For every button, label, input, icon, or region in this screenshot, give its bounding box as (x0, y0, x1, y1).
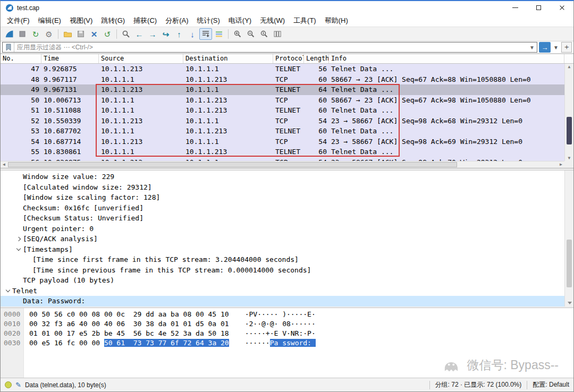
open-file-icon[interactable] (61, 28, 74, 40)
hex-bytes: 00 50 56 c0 00 08 00 0c 29 dd aa ba 08 0… (29, 310, 229, 318)
minimize-button[interactable] (503, 1, 527, 14)
detail-row[interactable]: [Time since previous frame in this TCP s… (1, 265, 573, 276)
close-file-icon[interactable]: ✕ (88, 28, 100, 40)
menu-statistics[interactable]: 统计(S) (192, 15, 224, 27)
cell-no: 50 (1, 95, 41, 106)
column-header-time[interactable]: Time (41, 54, 99, 63)
filter-dropdown-caret-icon[interactable]: ▼ (552, 45, 560, 50)
detail-row[interactable]: [Window size scaling factor: 128] (1, 192, 573, 203)
scroll-down-icon[interactable]: ▼ (565, 156, 573, 160)
resize-columns-icon[interactable] (271, 28, 284, 40)
scroll-right-icon[interactable]: ▶ (558, 162, 564, 167)
cell-destination: 10.1.1.1 (183, 64, 273, 74)
packet-row-51[interactable]: 5110.51108810.1.1.110.1.1.213TELNET60Tel… (1, 105, 573, 116)
reload-file-icon[interactable]: ↺ (101, 28, 114, 40)
menu-go[interactable]: 跳转(G) (97, 15, 129, 27)
menu-analyze[interactable]: 分析(A) (161, 15, 192, 27)
vscrollbar-thumb[interactable] (567, 117, 572, 144)
packet-list-header: No. Time Source Destination Protocol Len… (1, 54, 573, 64)
detail-row[interactable]: Checksum: 0x16fc [unverified] (1, 203, 573, 214)
detail-row-data-password-selected[interactable]: Data: Password: (1, 296, 573, 306)
zoom-out-icon[interactable] (244, 28, 257, 40)
packet-row-49-selected[interactable]: 499.96713110.1.1.21310.1.1.1TELNET64Teln… (1, 84, 573, 95)
go-back-icon[interactable]: ← (133, 28, 146, 40)
hex-row[interactable]: 0000 00 50 56 c0 00 08 00 0c 29 dd aa ba… (1, 310, 573, 319)
status-profile[interactable]: 配置: Default (533, 380, 569, 389)
detail-row[interactable]: [Checksum Status: Unverified] (1, 213, 573, 224)
zoom-original-icon[interactable] (258, 28, 271, 40)
hex-row[interactable]: 0010 00 32 f3 a6 40 00 40 06 30 38 da 01… (1, 319, 573, 329)
packet-row-47[interactable]: 479.92687510.1.1.21310.1.1.1TELNET56Teln… (1, 64, 573, 74)
expander-collapsed-icon[interactable] (16, 237, 21, 241)
packet-list-hscrollbar[interactable]: ◀ ▶ (1, 161, 564, 168)
filter-history-caret-icon[interactable]: ▼ (527, 45, 537, 50)
auto-scroll-icon[interactable] (199, 28, 212, 40)
capture-options-icon[interactable]: ⚙ (43, 28, 55, 40)
detail-row[interactable]: TCP payload (10 bytes) (1, 275, 573, 286)
details-scrollbar-thumb[interactable] (567, 240, 572, 287)
menu-tools[interactable]: 工具(T) (289, 15, 320, 27)
display-filter-input[interactable] (14, 44, 527, 51)
column-header-no[interactable]: No. (1, 54, 41, 63)
find-packet-icon[interactable] (120, 28, 132, 40)
column-header-length[interactable]: Length (304, 54, 329, 63)
capture-start-icon[interactable] (3, 28, 15, 40)
menu-file[interactable]: 文件(F) (3, 15, 34, 27)
detail-row[interactable]: [Time since first frame in this TCP stre… (1, 254, 573, 265)
column-header-protocol[interactable]: Protocol (273, 54, 304, 63)
close-button[interactable] (550, 1, 573, 14)
hex-row[interactable]: 0020 01 01 00 17 e5 2b be 45 56 bc 4e 52… (1, 329, 573, 338)
filter-bookmark-icon[interactable] (3, 42, 14, 52)
main-toolbar: ↻ ⚙ ✕ ↺ ← → ↪ ↑ ↓ (1, 27, 573, 41)
go-forward-icon[interactable]: → (146, 28, 159, 40)
maximize-button[interactable] (527, 1, 550, 14)
details-vscrollbar[interactable] (564, 171, 573, 306)
menu-help[interactable]: 帮助(H) (320, 15, 352, 27)
colorize-icon[interactable] (213, 28, 225, 40)
save-file-icon[interactable] (74, 28, 87, 40)
cell-length: 54 (304, 116, 329, 126)
detail-row[interactable]: Urgent pointer: 0 (1, 224, 573, 234)
detail-row-timestamps[interactable]: [Timestamps] (1, 244, 573, 255)
menu-telephony[interactable]: 电话(Y) (224, 15, 256, 27)
capture-restart-icon[interactable]: ↻ (29, 28, 42, 40)
menu-edit[interactable]: 编辑(E) (34, 15, 65, 27)
column-header-destination[interactable]: Destination (183, 54, 273, 63)
detail-row-seq-ack[interactable]: [SEQ/ACK analysis] (1, 234, 573, 244)
packet-row-55[interactable]: 5510.83086110.1.1.110.1.1.213TELNET60Tel… (1, 147, 573, 157)
detail-row[interactable]: [Calculated window size: 29312] (1, 182, 573, 193)
scroll-up-icon[interactable]: ▲ (565, 64, 573, 69)
scroll-down-icon[interactable] (568, 302, 572, 304)
capture-comment-icon[interactable]: ✎ (15, 381, 21, 389)
detail-row[interactable]: Window size value: 229 (1, 172, 573, 182)
menu-wireless[interactable]: 无线(W) (256, 15, 289, 27)
capture-stop-icon[interactable] (16, 28, 29, 40)
expert-info-icon[interactable] (5, 381, 12, 388)
menu-view[interactable]: 视图(V) (65, 15, 97, 27)
packet-list-vscrollbar[interactable]: ▲ ▼ (564, 64, 573, 161)
hscrollbar-thumb[interactable] (8, 162, 457, 167)
menu-capture[interactable]: 捕获(C) (129, 15, 161, 27)
go-first-packet-icon[interactable]: ↑ (173, 28, 185, 40)
cell-source: 10.1.1.1 (99, 95, 183, 106)
cell-protocol: TELNET (273, 64, 304, 74)
packet-row-52[interactable]: 5210.55033910.1.1.21310.1.1.1TCP5423 → 5… (1, 116, 573, 126)
expander-expanded-icon[interactable] (6, 288, 10, 292)
detail-row-telnet[interactable]: Telnet (1, 286, 573, 296)
hex-ascii: ·····+·E V·NR:·P· (245, 329, 316, 337)
expander-expanded-icon[interactable] (16, 246, 21, 251)
column-header-source[interactable]: Source (99, 54, 183, 63)
scroll-left-icon[interactable]: ◀ (1, 162, 7, 167)
go-to-packet-icon[interactable]: ↪ (159, 28, 172, 40)
detail-text: Urgent pointer: 0 (23, 224, 94, 234)
zoom-in-icon[interactable] (231, 28, 244, 40)
packet-row-54[interactable]: 5410.68771410.1.1.21310.1.1.1TCP5423 → 5… (1, 137, 573, 147)
packet-row-53[interactable]: 5310.68770210.1.1.110.1.1.213TELNET60Tel… (1, 126, 573, 137)
go-last-packet-icon[interactable]: ↓ (186, 28, 199, 40)
packet-row-48[interactable]: 489.96711710.1.1.110.1.1.213TCP6058667 →… (1, 74, 573, 85)
packet-row-50[interactable]: 5010.00671310.1.1.110.1.1.213TCP6058667 … (1, 95, 573, 106)
column-header-info[interactable]: Info (329, 54, 564, 63)
add-filter-button[interactable]: ＋ (561, 42, 572, 53)
hex-row-password[interactable]: 0030 00 e5 16 fc 00 00 50 61 73 73 77 6f… (1, 338, 573, 348)
apply-filter-button[interactable]: → (539, 42, 551, 53)
